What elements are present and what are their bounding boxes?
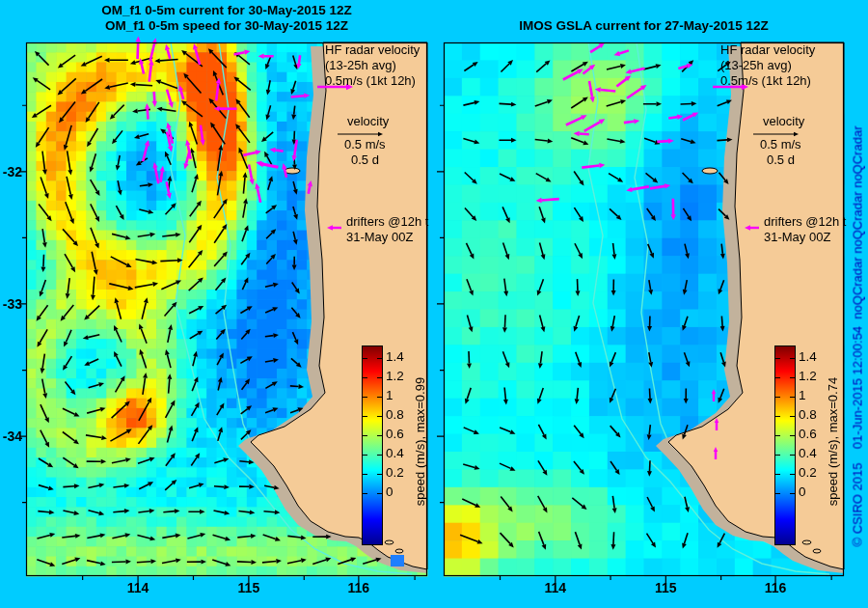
colorbar-tick-label: 0 — [799, 484, 806, 499]
velocity-scale-label: 0.5 m/s — [760, 137, 801, 152]
hf-radar-legend-line1: HF radar velocity — [720, 42, 815, 57]
colorbar-tick — [775, 455, 780, 456]
colorbar-tick — [377, 397, 382, 398]
drifters-label-line2: 31-May 00Z — [346, 230, 413, 244]
colorbar-tick — [363, 455, 367, 456]
colorbar-tick — [377, 416, 382, 417]
copyright-text: © CSIRO 2015 01-Jun-2015 12:00:54 noQCra… — [851, 67, 865, 607]
colorbar-tick-label: 0.6 — [799, 427, 817, 441]
colorbar-tick — [775, 435, 780, 436]
left-panel-title-line2: OM_f1 0-5m speed for 30-May-2015 12Z — [26, 18, 427, 33]
colorbar-tick-label: 0.4 — [799, 446, 817, 460]
map-canvas — [0, 0, 868, 608]
velocity-days-label: 0.5 d — [351, 152, 379, 167]
x-tick-label: 115 — [232, 580, 265, 595]
colorbar-tick-label: 1.4 — [386, 349, 404, 364]
y-tick-label: -33 — [0, 296, 22, 312]
colorbar-axis-label: speed (m/s), max=0.74 — [826, 343, 840, 540]
colorbar-tick-label: 1.4 — [799, 349, 817, 364]
colorbar-tick-label: 1 — [799, 388, 806, 402]
colorbar-tick-label: 0.6 — [386, 427, 404, 441]
colorbar-tick — [775, 358, 780, 359]
velocity-days-label: 0.5 d — [767, 152, 795, 167]
y-tick-label: -34 — [0, 428, 22, 444]
colorbar-tick — [363, 493, 367, 494]
figure: OM_f1 0-5m current for 30-May-2015 12Z O… — [0, 0, 868, 608]
colorbar-tick — [775, 474, 780, 475]
colorbar — [362, 345, 383, 545]
colorbar-tick — [377, 493, 382, 494]
colorbar-tick — [790, 455, 795, 456]
velocity-scale-label: 0.5 m/s — [344, 137, 386, 152]
colorbar-tick-label: 1.2 — [386, 369, 404, 383]
hf-radar-legend-line2: (13-25h avg) — [720, 58, 792, 72]
colorbar-tick-label: 0.8 — [799, 407, 817, 422]
colorbar-axis-label: speed (m/s), max=0.99 — [413, 343, 427, 540]
colorbar-tick — [377, 377, 382, 378]
left-panel-title-line1: OM_f1 0-5m current for 30-May-2015 12Z — [26, 3, 427, 17]
colorbar-tick — [775, 397, 780, 398]
right-panel-title: IMOS GSLA current for 27-May-2015 12Z — [444, 18, 844, 33]
colorbar-tick-label: 0.8 — [386, 407, 404, 422]
colorbar — [774, 345, 796, 545]
colorbar-tick — [790, 377, 795, 378]
colorbar-tick — [377, 435, 382, 436]
colorbar-tick — [363, 474, 367, 475]
colorbar-tick — [363, 435, 367, 436]
colorbar-tick — [377, 455, 382, 456]
colorbar-tick — [377, 358, 382, 359]
x-tick-label: 114 — [122, 580, 154, 595]
drifters-label-line1: drifters @12h to — [346, 214, 429, 229]
colorbar-tick — [363, 397, 367, 398]
colorbar-tick — [790, 474, 795, 475]
colorbar-tick — [775, 416, 780, 417]
colorbar-tick-label: 0.4 — [386, 446, 404, 460]
drifters-label-line2: 31-May 00Z — [764, 230, 830, 244]
colorbar-tick — [363, 416, 367, 417]
y-tick-label: -32 — [0, 164, 22, 180]
colorbar-tick-label: 1 — [386, 388, 393, 402]
colorbar-tick — [363, 358, 367, 359]
velocity-legend-label: velocity — [763, 114, 804, 128]
hf-radar-legend-line3: 0.5m/s (1kt 12h) — [720, 73, 811, 88]
colorbar-tick — [775, 493, 780, 494]
colorbar-tick — [790, 397, 795, 398]
drifters-label-line1: drifters @12h to — [764, 214, 847, 229]
x-tick-label: 114 — [539, 580, 572, 595]
colorbar-tick-label: 0.2 — [799, 465, 817, 480]
colorbar-tick-label: 1.2 — [799, 369, 817, 383]
colorbar-tick — [377, 474, 382, 475]
colorbar-tick — [790, 416, 795, 417]
colorbar-tick — [790, 358, 795, 359]
colorbar-tick — [363, 377, 367, 378]
colorbar-tick-label: 0 — [386, 484, 393, 499]
velocity-legend-label: velocity — [347, 114, 389, 128]
x-tick-label: 116 — [759, 580, 792, 595]
x-tick-label: 115 — [649, 580, 682, 595]
colorbar-tick — [790, 493, 795, 494]
colorbar-tick-label: 0.2 — [386, 465, 404, 480]
x-tick-label: 116 — [342, 580, 375, 595]
hf-radar-legend-line3: 0.5m/s (1kt 12h) — [325, 73, 416, 88]
hf-radar-legend-line1: HF radar velocity — [325, 42, 420, 57]
hf-radar-legend-line2: (13-25h avg) — [325, 58, 396, 72]
colorbar-tick — [790, 435, 795, 436]
colorbar-tick — [775, 377, 780, 378]
